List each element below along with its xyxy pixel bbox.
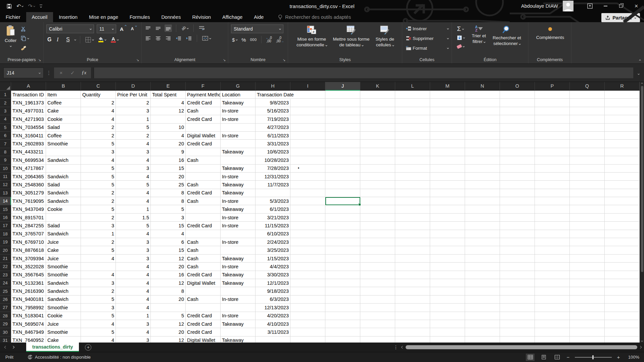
cell-Q3[interactable]: [570, 107, 605, 115]
cell-A26[interactable]: TXN_9400181: [11, 296, 46, 304]
decrease-decimal-button[interactable]: ,0,00→: [275, 36, 285, 43]
cell-G23[interactable]: Takeaway: [221, 271, 256, 279]
cell-O6[interactable]: [500, 132, 535, 140]
bold-button[interactable]: G: [46, 36, 53, 43]
cell-O29[interactable]: [500, 320, 535, 328]
cell-I26[interactable]: [290, 296, 325, 304]
cell-G7[interactable]: [221, 140, 256, 148]
row-header-14[interactable]: 14: [0, 197, 11, 205]
cell-F10[interactable]: [186, 165, 221, 173]
cell-Q22[interactable]: [570, 263, 605, 271]
cell-C20[interactable]: 5: [81, 246, 116, 254]
cell-H14[interactable]: 5/3/2023: [256, 197, 290, 205]
cell-O10[interactable]: [500, 165, 535, 173]
cell-R27[interactable]: [605, 304, 640, 312]
cell-M4[interactable]: [430, 115, 465, 123]
accessibility-status[interactable]: Accessibilité : non disponible: [28, 355, 91, 360]
cell-A23[interactable]: TXN_3567645: [11, 271, 46, 279]
cell-R5[interactable]: [605, 124, 640, 132]
cell-D10[interactable]: 3: [116, 165, 151, 173]
cell-K21[interactable]: [360, 255, 395, 263]
cell-E17[interactable]: 15: [151, 222, 186, 230]
cell-L16[interactable]: [395, 214, 430, 222]
cell-O20[interactable]: [500, 246, 535, 254]
cell-O18[interactable]: [500, 230, 535, 238]
increase-indent-button[interactable]: [185, 35, 193, 42]
cell-Q10[interactable]: [570, 165, 605, 173]
row-header-3[interactable]: 3: [0, 107, 11, 115]
cell-L11[interactable]: [395, 173, 430, 181]
cell-Q30[interactable]: [570, 328, 605, 336]
cell-L25[interactable]: [395, 287, 430, 295]
cell-H22[interactable]: 4/4/2023: [256, 263, 290, 271]
cell-Q9[interactable]: [570, 156, 605, 164]
cell-Q4[interactable]: [570, 115, 605, 123]
cell-D30[interactable]: 4: [116, 328, 151, 336]
cell-M13[interactable]: [430, 189, 465, 197]
cell-R22[interactable]: [605, 263, 640, 271]
cell-O23[interactable]: [500, 271, 535, 279]
cell-C8[interactable]: 3: [81, 148, 116, 156]
cell-C5[interactable]: 2: [81, 124, 116, 132]
cell-R14[interactable]: [605, 197, 640, 205]
cell-I28[interactable]: [290, 312, 325, 320]
cell-G18[interactable]: [221, 230, 256, 238]
zoom-slider-thumb[interactable]: [592, 355, 594, 359]
row-header-27[interactable]: 27: [0, 304, 11, 312]
cell-D29[interactable]: 3: [116, 320, 151, 328]
cell-B30[interactable]: Smoothie: [46, 328, 81, 336]
cell-A24[interactable]: TXN_5132361: [11, 279, 46, 287]
cell-A7[interactable]: TXN_2602893: [11, 140, 46, 148]
cell-Q11[interactable]: [570, 173, 605, 181]
cell-C25[interactable]: 2: [81, 287, 116, 295]
cell-B11[interactable]: Sandwich: [46, 173, 81, 181]
cell-C13[interactable]: 2: [81, 189, 116, 197]
cell-O15[interactable]: [500, 205, 535, 213]
cell-N21[interactable]: [465, 255, 500, 263]
cell-P30[interactable]: [535, 328, 570, 336]
cell-H23[interactable]: 3/30/2023: [256, 271, 290, 279]
cell-E4[interactable]: [151, 115, 186, 123]
cell-B3[interactable]: Cake: [46, 107, 81, 115]
cell-J1[interactable]: [325, 91, 360, 99]
column-header-G[interactable]: G: [221, 82, 256, 91]
cell-I9[interactable]: [290, 156, 325, 164]
cell-O5[interactable]: [500, 124, 535, 132]
cell-O21[interactable]: [500, 255, 535, 263]
cell-D2[interactable]: 2: [116, 99, 151, 107]
cell-P12[interactable]: [535, 181, 570, 189]
cell-R29[interactable]: [605, 320, 640, 328]
cell-A25[interactable]: TXN_2616390: [11, 287, 46, 295]
column-header-J[interactable]: J: [325, 82, 360, 91]
cell-F9[interactable]: Cash: [186, 156, 221, 164]
cell-D24[interactable]: 4: [116, 279, 151, 287]
cell-A11[interactable]: TXN_2064365: [11, 173, 46, 181]
cell-R16[interactable]: [605, 214, 640, 222]
cell-C23[interactable]: 4: [81, 271, 116, 279]
cell-H12[interactable]: 11/7/2023: [256, 181, 290, 189]
cell-styles-button[interactable]: Styles decellules: [373, 25, 396, 49]
column-header-N[interactable]: N: [465, 82, 500, 91]
cell-F16[interactable]: [186, 214, 221, 222]
next-sheet-icon[interactable]: [12, 346, 14, 349]
cell-J11[interactable]: [325, 173, 360, 181]
cell-D8[interactable]: 3: [116, 148, 151, 156]
cell-B28[interactable]: Cookie: [46, 312, 81, 320]
row-header-30[interactable]: 30: [0, 328, 11, 336]
underline-button[interactable]: S: [65, 36, 72, 43]
cell-O17[interactable]: [500, 222, 535, 230]
cell-C26[interactable]: 5: [81, 296, 116, 304]
row-header-24[interactable]: 24: [0, 279, 11, 287]
cell-E20[interactable]: 15: [151, 246, 186, 254]
cell-C29[interactable]: 4: [81, 320, 116, 328]
cell-I12[interactable]: [290, 181, 325, 189]
column-header-A[interactable]: A: [11, 82, 46, 91]
column-header-P[interactable]: P: [535, 82, 570, 91]
cell-N10[interactable]: [465, 165, 500, 173]
cell-C16[interactable]: 2: [81, 214, 116, 222]
tab-données[interactable]: Données: [155, 12, 186, 22]
cell-R31[interactable]: [605, 336, 640, 343]
cell-C22[interactable]: [81, 263, 116, 271]
column-header-B[interactable]: B: [46, 82, 81, 91]
cell-P27[interactable]: [535, 304, 570, 312]
